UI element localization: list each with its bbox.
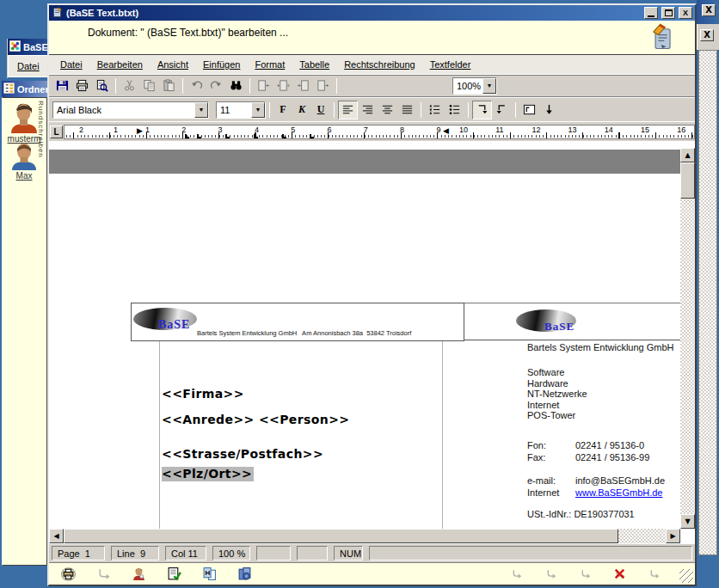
paste-icon[interactable] [159,77,179,95]
cancel-icon[interactable] [609,565,630,584]
menu-item-datei[interactable]: Datei [60,59,83,70]
action-icon-2[interactable] [540,565,561,584]
close-button[interactable]: X [679,7,692,19]
scroll-right-icon[interactable]: ▶ [666,529,680,543]
ruler[interactable]: 211234567891011121314151617▶◀ [64,125,695,139]
align-right-icon[interactable] [358,101,378,119]
user-item[interactable]: musterm [3,102,46,144]
tab-stop-marker[interactable] [197,134,201,138]
menu-item-format[interactable]: Format [255,59,285,70]
print-icon[interactable] [72,77,92,95]
archive-icon[interactable] [234,565,255,584]
maximize-button[interactable] [661,7,675,19]
menu-bar: DateiBearbeitenAnsichtEinfügenFormatTabe… [49,55,695,75]
minimize-button[interactable] [644,7,658,19]
service-item: NT-Netzwerke [527,389,680,400]
indent-out-icon[interactable] [313,77,333,95]
page[interactable]: BaSE Bartels System Entwicklung GmbH Am … [49,174,680,529]
user-name-link[interactable]: Max [16,171,33,181]
down-arrow-icon[interactable] [539,101,559,119]
status-cell: Line 9 [111,546,159,560]
copy-icon[interactable] [139,77,159,95]
titlebar[interactable]: (BaSE Text.btxt) X [49,5,695,21]
menu-item-tabelle[interactable]: Tabelle [299,59,329,70]
action-icon-3[interactable] [575,565,595,584]
ruler-number: 16 [677,126,685,134]
menu-item-textfelder[interactable]: Textfelder [430,59,471,70]
menu-item-rechtschreibung[interactable]: Rechtschreibung [344,59,415,70]
undo-icon[interactable] [187,77,206,95]
tab-stop-marker[interactable] [310,134,314,138]
sidebar-base-titlebar[interactable]: BaSE [8,39,47,55]
align-left-icon[interactable] [338,101,358,119]
indent-left-icon[interactable] [254,77,273,95]
underline-button[interactable]: U [311,101,330,119]
font-name-combobox[interactable]: Arial Black ▼ [52,101,209,119]
zoom-value: 100% [453,78,482,94]
align-center-icon[interactable] [378,101,397,119]
scroll-left-icon[interactable]: ◀ [49,529,64,543]
ruler-number: 14 [605,126,613,134]
left-margin-marker[interactable]: ▶ [137,127,143,135]
outer-close-button[interactable]: X [702,4,716,16]
justify-icon[interactable] [397,101,417,119]
status-cell: Col 11 [165,546,206,560]
numbered-list-icon[interactable] [425,101,445,119]
user-item[interactable]: Max [3,142,46,181]
cut-icon[interactable] [120,77,139,95]
scroll-up-icon[interactable]: ▲ [680,148,695,162]
tab-type-button[interactable]: L [50,126,63,138]
panel-close-button[interactable]: X [700,29,714,41]
chevron-down-icon[interactable]: ▼ [251,102,265,118]
tab-stop-marker[interactable] [254,134,258,138]
indent-in-icon[interactable] [293,77,313,95]
action-icon-1[interactable] [506,565,526,584]
chevron-down-icon[interactable]: ▼ [194,102,208,118]
bold-button[interactable]: F [273,101,292,119]
sidebar-menu-datei[interactable]: Datei [17,61,40,71]
zoom-combobox[interactable]: 100% ▼ [452,77,497,95]
page-break-icon[interactable] [492,101,512,119]
find-icon[interactable] [226,77,246,95]
bullet-list-icon[interactable] [445,101,464,119]
horizontal-scrollbar[interactable]: ◀ ▶ [49,529,680,543]
tab-stop-marker[interactable] [185,134,189,138]
save-icon[interactable] [52,77,72,95]
merge-field-placeholder[interactable]: <<Firma>> [162,387,244,401]
contact-value: 02241 / 95136-0 [575,439,644,451]
merge-field-placeholder[interactable]: <<Strasse/Postfach>> [162,447,323,461]
text-frame-icon[interactable] [519,101,539,119]
merge-field-placeholder[interactable]: <<Plz/Ort>> [162,467,254,481]
base-logo-left-text: BaSE [158,318,190,332]
tab-stop-marker[interactable] [225,134,230,138]
action-icon-5[interactable] [643,565,664,584]
merge-field-placeholder[interactable]: <<Anrede>> <<Person>> [162,413,349,426]
spellcheck-icon[interactable] [163,565,184,584]
chevron-down-icon[interactable]: ▼ [482,78,496,94]
menu-item-bearbeiten[interactable]: Bearbeiten [97,59,143,70]
print-letter-icon[interactable] [58,565,78,584]
print-preview-icon[interactable] [92,77,112,95]
tab-stop-marker[interactable] [282,134,286,138]
redo-icon[interactable] [206,77,226,95]
horizontal-scroll-thumb[interactable] [64,529,618,543]
vertical-scroll-thumb[interactable] [680,162,695,199]
line-break-icon[interactable] [472,101,492,119]
sidebar-ordner-titlebar[interactable]: Ordner [2,81,47,97]
vertical-scrollbar[interactable]: ▲ [680,148,695,529]
user-avatar [3,142,46,170]
font-size-combobox[interactable]: 11 ▼ [216,101,266,119]
menu-item-ansicht[interactable]: Ansicht [157,59,188,70]
format-toolbar: Arial Black ▼ 11 ▼ FKU [49,97,695,121]
scroll-down-icon[interactable]: ▼ [680,514,695,529]
contact-icon[interactable] [128,565,149,584]
right-margin-marker[interactable]: ◀ [443,127,449,135]
send-icon[interactable] [93,565,114,584]
indent-both-icon[interactable] [273,77,293,95]
resize-grip[interactable] [679,569,693,583]
menu-item-einfügen[interactable]: Einfügen [203,59,240,70]
website-link[interactable]: www.BaSEGmbH.de [575,487,662,499]
ruler-number: 11 [495,126,503,134]
paste-special-icon[interactable]: H [199,565,219,584]
italic-button[interactable]: K [292,101,311,119]
